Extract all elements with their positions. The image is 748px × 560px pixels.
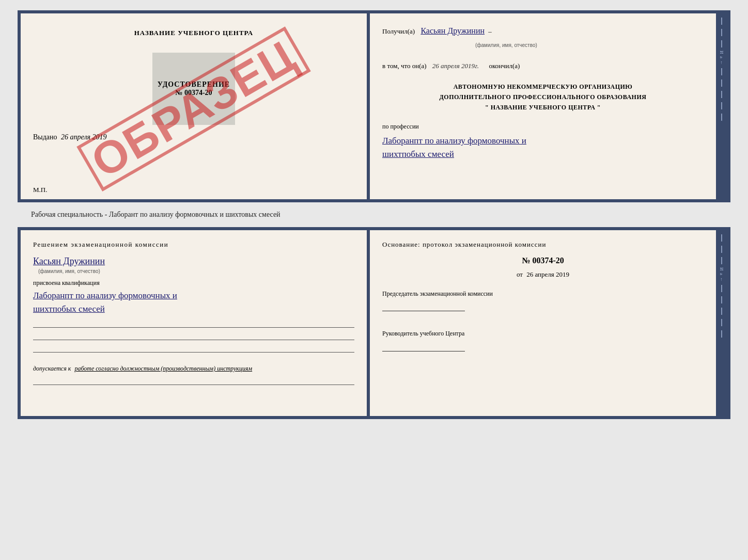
director-signature (382, 341, 465, 351)
qualification-block: присвоена квалификация Лаборанпт по анал… (33, 279, 354, 315)
institution-block: АВТОНОМНУЮ НЕКОММЕРЧЕСКУЮ ОРГАНИЗАЦИЮ ДО… (382, 82, 704, 113)
date-line: в том, что он(а) 26 апреля 2019г. окончи… (382, 60, 704, 72)
date-prefix-bottom: от (517, 270, 523, 278)
bottom-document: Решением экзаменационной комиссии Касьян… (18, 227, 730, 419)
issued-date: Выдано 26 апреля 2019 (33, 133, 354, 141)
basis-title: Основание: протокол экзаменационной коми… (382, 241, 704, 249)
date-prefix: в том, что он(а) (382, 62, 427, 70)
profession-value: Лаборанпт по анализу формовочных ишихтпо… (382, 134, 704, 161)
profession-prefix: по профессии (382, 121, 704, 133)
bottom-left-panel: Решением экзаменационной комиссии Касьян… (21, 230, 367, 416)
received-prefix: Получил(а) (382, 27, 415, 35)
protocol-number: № 00374-20 (382, 256, 704, 265)
bottom-name: Касьян Дружинин (33, 256, 105, 266)
qualification-prefix: присвоена квалификация (33, 279, 354, 287)
right-side-strip: И а ← (716, 13, 727, 199)
allowed-text: работе согласно должностным (производств… (74, 365, 252, 372)
allowed-block: допускается к работе согласно должностны… (33, 365, 354, 373)
qualification-value: Лаборанпт по анализу формовочных ишихтпо… (33, 289, 354, 315)
between-label: Рабочая специальность - Лаборант по анал… (10, 211, 280, 219)
finished-label: окончил(а) (489, 62, 520, 70)
institution-line3: " НАЗВАНИЕ УЧЕБНОГО ЦЕНТРА " (382, 102, 704, 113)
chairman-block: Председатель экзаменационной комиссии (382, 289, 704, 314)
issued-date-value: 26 апреля 2019 (61, 133, 106, 141)
institution-line2: ДОПОЛНИТЕЛЬНОГО ПРОФЕССИОНАЛЬНОГО ОБРАЗО… (382, 92, 704, 102)
allowed-prefix: допускается к (33, 365, 71, 372)
top-left-panel: НАЗВАНИЕ УЧЕБНОГО ЦЕНТРА УДОСТОВЕРЕНИЕ №… (21, 13, 367, 199)
date-value: 26 апреля 2019г. (432, 62, 479, 70)
bottom-name-line: Касьян Дружинин (фамилия, имя, отчество) (33, 256, 354, 275)
institution-line1: АВТОНОМНУЮ НЕКОММЕРЧЕСКУЮ ОРГАНИЗАЦИЮ (382, 82, 704, 92)
commission-title: Решением экзаменационной комиссии (33, 241, 354, 249)
date-value-bottom: 26 апреля 2019 (526, 270, 569, 278)
bottom-right-panel: Основание: протокол экзаменационной коми… (370, 230, 716, 416)
fio-label: (фамилия, имя, отчество) (475, 42, 537, 48)
director-block: Руководитель учебного Центра (382, 329, 704, 354)
received-name: Касьян Дружинин (420, 26, 485, 35)
top-right-panel: Получил(а) Касьян Дружинин – (фамилия, и… (370, 13, 716, 199)
bottom-fio-label: (фамилия, имя, отчество) (38, 268, 100, 274)
cert-block: УДОСТОВЕРЕНИЕ № 00374-20 (152, 53, 235, 125)
protocol-date: от 26 апреля 2019 (382, 270, 704, 279)
top-document: НАЗВАНИЕ УЧЕБНОГО ЦЕНТРА УДОСТОВЕРЕНИЕ №… (18, 10, 730, 202)
director-label: Руководитель учебного Центра (382, 329, 704, 339)
cert-number: № 00374-20 (175, 89, 212, 97)
mp-label: М.П. (33, 186, 47, 194)
top-left-title: НАЗВАНИЕ УЧЕБНОГО ЦЕНТРА (33, 29, 354, 37)
cert-label: УДОСТОВЕРЕНИЕ (158, 81, 230, 89)
bottom-right-side-strip: И а ← (716, 230, 727, 416)
received-line: Получил(а) Касьян Дружинин – (фамилия, и… (382, 24, 704, 51)
issued-prefix: Выдано (33, 133, 57, 141)
profession-block: по профессии Лаборанпт по анализу формов… (382, 121, 704, 161)
chairman-label: Председатель экзаменационной комиссии (382, 289, 704, 299)
chairman-signature (382, 301, 465, 311)
